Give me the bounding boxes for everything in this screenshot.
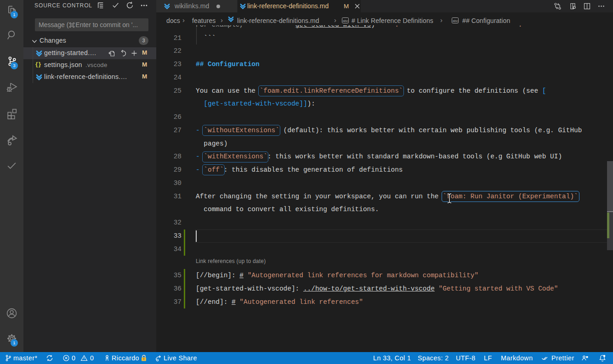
svg-text:abc: abc	[453, 19, 458, 22]
svg-text:abc: abc	[343, 19, 348, 22]
